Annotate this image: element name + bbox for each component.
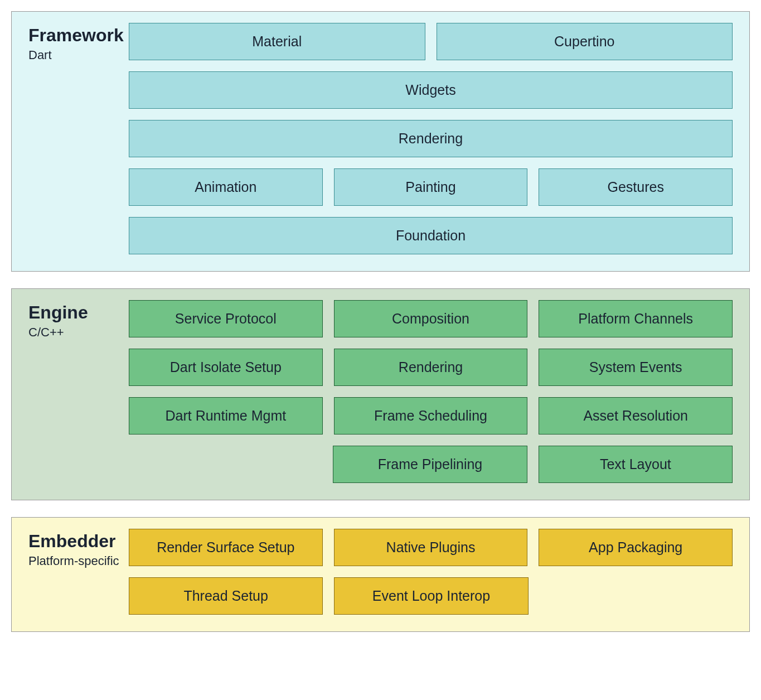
- box-rendering: Rendering: [334, 349, 528, 386]
- row: Material Cupertino: [129, 23, 733, 60]
- row: Animation Painting Gestures: [129, 168, 733, 206]
- section-title: Framework: [28, 25, 129, 46]
- box-animation: Animation: [129, 168, 323, 206]
- row: Dart Isolate Setup Rendering System Even…: [129, 349, 733, 386]
- section-engine: Engine C/C++ Service Protocol Compositio…: [11, 288, 750, 500]
- section-subtitle: Dart: [28, 48, 129, 62]
- box-painting: Painting: [334, 168, 528, 206]
- box-frame-pipelining: Frame Pipelining: [333, 446, 527, 483]
- box-thread-setup: Thread Setup: [129, 577, 323, 615]
- section-body: Material Cupertino Widgets Rendering Ani…: [129, 23, 733, 254]
- box-dart-runtime-mgmt: Dart Runtime Mgmt: [129, 397, 323, 435]
- section-title: Embedder: [28, 531, 129, 552]
- box-rendering: Rendering: [129, 120, 733, 157]
- box-widgets: Widgets: [129, 71, 733, 109]
- row: Foundation: [129, 217, 733, 254]
- section-header: Embedder Platform-specific: [28, 529, 129, 568]
- box-empty: [540, 577, 733, 615]
- row: Render Surface Setup Native Plugins App …: [129, 529, 733, 566]
- box-empty: [129, 446, 322, 483]
- box-gestures: Gestures: [539, 168, 733, 206]
- section-header: Framework Dart: [28, 23, 129, 62]
- section-header: Engine C/C++: [28, 300, 129, 340]
- section-body: Render Surface Setup Native Plugins App …: [129, 529, 733, 615]
- box-platform-channels: Platform Channels: [539, 300, 733, 337]
- section-embedder: Embedder Platform-specific Render Surfac…: [11, 517, 750, 632]
- box-service-protocol: Service Protocol: [129, 300, 323, 337]
- row: Widgets: [129, 71, 733, 109]
- section-subtitle: Platform-specific: [28, 554, 129, 568]
- box-foundation: Foundation: [129, 217, 733, 254]
- row: Dart Runtime Mgmt Frame Scheduling Asset…: [129, 397, 733, 435]
- box-dart-isolate-setup: Dart Isolate Setup: [129, 349, 323, 386]
- section-subtitle: C/C++: [28, 325, 129, 340]
- box-asset-resolution: Asset Resolution: [539, 397, 733, 435]
- section-title: Engine: [28, 302, 129, 323]
- box-frame-scheduling: Frame Scheduling: [334, 397, 528, 435]
- row: Service Protocol Composition Platform Ch…: [129, 300, 733, 337]
- section-body: Service Protocol Composition Platform Ch…: [129, 300, 733, 483]
- box-material: Material: [129, 23, 425, 60]
- box-native-plugins: Native Plugins: [334, 529, 528, 566]
- row: Rendering: [129, 120, 733, 157]
- box-text-layout: Text Layout: [539, 446, 733, 483]
- box-system-events: System Events: [539, 349, 733, 386]
- section-framework: Framework Dart Material Cupertino Widget…: [11, 11, 750, 272]
- box-app-packaging: App Packaging: [539, 529, 733, 566]
- box-render-surface-setup: Render Surface Setup: [129, 529, 323, 566]
- row: Frame Pipelining Text Layout: [129, 446, 733, 483]
- row: Thread Setup Event Loop Interop: [129, 577, 733, 615]
- box-event-loop-interop: Event Loop Interop: [334, 577, 528, 615]
- box-composition: Composition: [334, 300, 528, 337]
- box-cupertino: Cupertino: [437, 23, 733, 60]
